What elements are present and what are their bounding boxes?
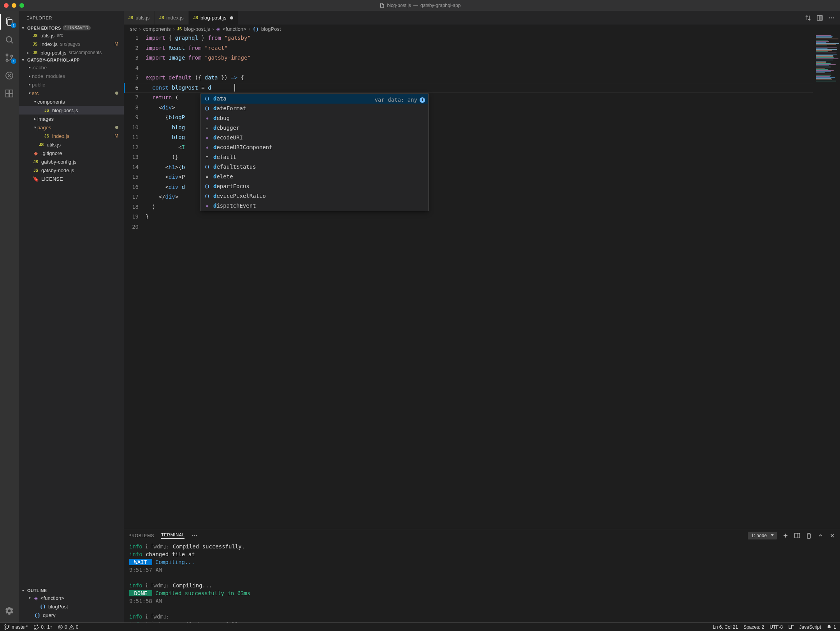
suggest-item[interactable]: ⦗⦘dateFormat	[201, 104, 428, 113]
editor-area: JSutils.jsJSindex.jsJSblog-post.js src› …	[124, 11, 840, 622]
folder-item[interactable]: ▸images	[19, 115, 124, 123]
activity-bar: 1 1	[0, 11, 19, 622]
suggest-widget[interactable]: var data: any i ⦗⦘data⦗⦘dateFormat◈debug…	[200, 93, 429, 211]
activity-settings[interactable]	[0, 603, 19, 619]
svg-point-16	[196, 535, 197, 536]
open-editor-item[interactable]: ●JSblog-post.jssrc/components	[19, 48, 124, 57]
suggest-item[interactable]: ◈decodeURIComponent	[201, 143, 428, 152]
folder-item[interactable]: ▾components	[19, 97, 124, 106]
branch-icon	[4, 624, 10, 630]
status-sync[interactable]: 0↓ 1↑	[33, 624, 52, 630]
scm-badge: 1	[11, 58, 16, 64]
svg-point-13	[833, 17, 834, 18]
close-window[interactable]	[4, 3, 9, 8]
status-language[interactable]: JavaScript	[799, 624, 821, 630]
sync-icon	[33, 624, 39, 630]
project-header[interactable]: ▾ GATSBY-GRAPHQL-APP	[19, 57, 124, 63]
outline-item[interactable]: ⦗⦘blogPost	[19, 602, 124, 611]
suggest-item[interactable]: ◈dispatchEvent	[201, 201, 428, 211]
suggest-item[interactable]: ◈decodeURI	[201, 133, 428, 143]
outline-item[interactable]: ⦗⦘query	[19, 611, 124, 619]
suggest-item[interactable]: ≡delete	[201, 172, 428, 182]
folder-item[interactable]: ▾src	[19, 89, 124, 97]
kill-terminal-icon[interactable]	[806, 532, 812, 539]
compare-icon[interactable]	[805, 15, 811, 21]
minimap[interactable]	[813, 33, 840, 529]
panel: PROBLEMS TERMINAL 1: node info ℹ ｢wdm｣: …	[124, 529, 840, 622]
suggest-item[interactable]: ≡default	[201, 152, 428, 162]
file-item[interactable]: JSgatsby-config.js	[19, 157, 124, 166]
status-spaces[interactable]: Spaces: 2	[743, 624, 764, 630]
editor[interactable]: 1234567891011121314151617181920 import {…	[124, 33, 840, 529]
folder-item[interactable]: ▸node_modules	[19, 72, 124, 80]
suggest-item[interactable]: ⦗⦘departFocus	[201, 182, 428, 191]
editor-tab[interactable]: JSindex.js	[155, 11, 188, 25]
status-problems[interactable]: 0 0	[58, 624, 78, 630]
svg-point-18	[5, 624, 6, 626]
minimize-window[interactable]	[12, 3, 16, 8]
svg-point-20	[8, 625, 9, 627]
breadcrumb[interactable]: src› components› JS blog-post.js› ◈<func…	[124, 25, 840, 33]
outline-header[interactable]: ▾ OUTLINE	[19, 587, 124, 594]
titlebar: blog-post.js — gatsby-graphql-app	[0, 0, 840, 11]
file-item[interactable]: JSgatsby-node.js	[19, 166, 124, 174]
suggest-item[interactable]: ⦗⦘devicePixelRatio	[201, 191, 428, 201]
editor-tab[interactable]: JSblog-post.js	[189, 11, 239, 25]
panel-more-icon[interactable]	[192, 532, 198, 539]
status-branch[interactable]: master*	[4, 624, 28, 630]
file-item[interactable]: JSindex.jsM	[19, 132, 124, 140]
svg-rect-7	[10, 94, 13, 97]
folder-item[interactable]: ▾pages	[19, 123, 124, 132]
activity-extensions[interactable]	[0, 86, 19, 101]
maximize-panel-icon[interactable]	[817, 532, 824, 539]
panel-tab-terminal[interactable]: TERMINAL	[161, 532, 185, 539]
split-editor-icon[interactable]	[817, 15, 823, 21]
activity-explorer[interactable]: 1	[0, 14, 19, 30]
file-item[interactable]: JSutils.js	[19, 140, 124, 149]
suggest-item[interactable]: ◈debug	[201, 113, 428, 123]
file-item[interactable]: JSblog-post.js	[19, 106, 124, 115]
split-terminal-icon[interactable]	[794, 532, 800, 539]
status-encoding[interactable]: UTF-8	[770, 624, 783, 630]
svg-point-19	[5, 628, 6, 629]
close-panel-icon[interactable]	[829, 532, 835, 539]
panel-tab-problems[interactable]: PROBLEMS	[128, 533, 154, 538]
outline-item[interactable]: ▾◈<function>	[19, 594, 124, 602]
open-editors-header[interactable]: ▾ OPEN EDITORS 1 UNSAVED	[19, 25, 124, 31]
suggest-detail: var data: any i	[374, 95, 425, 105]
sidebar-title: EXPLORER	[19, 11, 124, 25]
file-tree: ▸.cache▸node_modules▸public▾src▾componen…	[19, 63, 124, 587]
terminal-output[interactable]: info ℹ ｢wdm｣: Compiled successfully. inf…	[124, 542, 840, 622]
zoom-window[interactable]	[19, 3, 24, 8]
open-editor-item[interactable]: JSutils.jssrc	[19, 31, 124, 40]
svg-rect-8	[10, 90, 13, 93]
explorer-badge: 1	[11, 23, 16, 28]
info-icon[interactable]: i	[420, 97, 425, 103]
more-icon[interactable]	[828, 15, 835, 21]
svg-point-3	[11, 55, 13, 57]
window-title: blog-post.js — gatsby-graphql-app	[380, 3, 461, 8]
activity-scm[interactable]: 1	[0, 50, 19, 65]
warning-icon	[69, 624, 74, 630]
suggest-item[interactable]: ≡debugger	[201, 123, 428, 133]
svg-rect-6	[6, 94, 9, 97]
status-cursor[interactable]: Ln 6, Col 21	[713, 624, 738, 630]
svg-point-1	[6, 54, 8, 56]
bell-icon	[826, 624, 832, 630]
new-terminal-icon[interactable]	[782, 532, 789, 539]
editor-tab[interactable]: JSutils.js	[124, 11, 155, 25]
suggest-item[interactable]: ⦗⦘defaultStatus	[201, 162, 428, 172]
file-item[interactable]: 🔖LICENSE	[19, 174, 124, 183]
activity-search[interactable]	[0, 32, 19, 48]
status-eol[interactable]: LF	[788, 624, 794, 630]
terminal-select[interactable]: 1: node	[748, 532, 777, 539]
folder-item[interactable]: ▸public	[19, 80, 124, 89]
open-editor-item[interactable]: JSindex.jssrc/pagesM	[19, 40, 124, 48]
file-icon	[380, 3, 385, 8]
activity-debug[interactable]	[0, 68, 19, 83]
status-feedback[interactable]: 1	[826, 624, 836, 630]
folder-item[interactable]: ▸.cache	[19, 63, 124, 72]
error-icon	[58, 624, 63, 630]
file-item[interactable]: ◆.gitignore	[19, 149, 124, 157]
svg-point-2	[6, 60, 8, 62]
